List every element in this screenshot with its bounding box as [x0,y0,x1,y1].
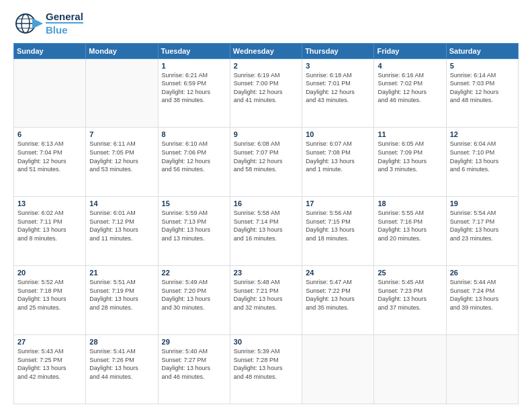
calendar-cell: 30Sunrise: 5:39 AM Sunset: 7:28 PM Dayli… [230,335,302,404]
day-number: 12 [450,130,515,138]
day-number: 7 [89,130,154,138]
weekday-header: Sunday [14,43,86,58]
page: General Blue SundayMondayTuesdayWednesda… [0,0,532,411]
day-info: Sunrise: 6:18 AM Sunset: 7:01 PM Dayligh… [306,71,370,105]
day-info: Sunrise: 5:41 AM Sunset: 7:26 PM Dayligh… [89,347,154,381]
day-info: Sunrise: 6:05 AM Sunset: 7:09 PM Dayligh… [378,140,442,173]
calendar-cell: 2Sunrise: 6:19 AM Sunset: 7:00 PM Daylig… [230,58,302,128]
day-number: 27 [17,338,82,346]
day-info: Sunrise: 5:44 AM Sunset: 7:24 PM Dayligh… [450,278,515,312]
calendar-cell: 4Sunrise: 6:16 AM Sunset: 7:02 PM Daylig… [374,58,446,128]
calendar-cell: 13Sunrise: 6:02 AM Sunset: 7:11 PM Dayli… [14,197,86,266]
day-info: Sunrise: 6:04 AM Sunset: 7:10 PM Dayligh… [450,140,515,173]
calendar-cell: 14Sunrise: 6:01 AM Sunset: 7:12 PM Dayli… [86,197,158,266]
calendar-cell [86,58,158,128]
day-number: 2 [234,62,298,70]
calendar-cell: 27Sunrise: 5:43 AM Sunset: 7:25 PM Dayli… [14,335,86,404]
day-info: Sunrise: 6:10 AM Sunset: 7:06 PM Dayligh… [162,140,226,173]
logo: General Blue [13,11,83,36]
day-info: Sunrise: 5:48 AM Sunset: 7:21 PM Dayligh… [234,278,298,312]
calendar-cell [446,335,518,404]
calendar-cell: 3Sunrise: 6:18 AM Sunset: 7:01 PM Daylig… [302,58,374,128]
day-number: 24 [306,269,370,277]
calendar-table: SundayMondayTuesdayWednesdayThursdayFrid… [13,43,519,405]
calendar-cell: 17Sunrise: 5:56 AM Sunset: 7:15 PM Dayli… [302,197,374,266]
day-info: Sunrise: 5:52 AM Sunset: 7:18 PM Dayligh… [17,278,82,312]
calendar-week-row: 13Sunrise: 6:02 AM Sunset: 7:11 PM Dayli… [14,197,519,266]
calendar-cell: 28Sunrise: 5:41 AM Sunset: 7:26 PM Dayli… [86,335,158,404]
calendar-cell: 8Sunrise: 6:10 AM Sunset: 7:06 PM Daylig… [158,128,230,197]
weekday-header: Thursday [302,43,374,58]
day-info: Sunrise: 6:01 AM Sunset: 7:12 PM Dayligh… [89,209,154,242]
day-info: Sunrise: 5:59 AM Sunset: 7:13 PM Dayligh… [162,209,226,242]
day-number: 13 [17,199,82,208]
day-info: Sunrise: 6:02 AM Sunset: 7:11 PM Dayligh… [17,209,82,242]
calendar-cell: 6Sunrise: 6:13 AM Sunset: 7:04 PM Daylig… [14,128,86,197]
weekday-header: Wednesday [230,43,302,58]
weekday-header: Saturday [446,43,518,58]
day-info: Sunrise: 5:54 AM Sunset: 7:17 PM Dayligh… [450,209,515,242]
day-info: Sunrise: 5:39 AM Sunset: 7:28 PM Dayligh… [234,347,298,381]
day-number: 10 [306,130,370,138]
day-info: Sunrise: 6:14 AM Sunset: 7:03 PM Dayligh… [450,71,515,105]
calendar-cell: 11Sunrise: 6:05 AM Sunset: 7:09 PM Dayli… [374,128,446,197]
weekday-header: Monday [86,43,158,58]
day-info: Sunrise: 5:47 AM Sunset: 7:22 PM Dayligh… [306,278,370,312]
day-number: 17 [306,199,370,208]
calendar-week-row: 6Sunrise: 6:13 AM Sunset: 7:04 PM Daylig… [14,128,519,197]
day-info: Sunrise: 5:43 AM Sunset: 7:25 PM Dayligh… [17,347,82,381]
day-number: 20 [17,269,82,277]
calendar-cell [14,58,86,128]
calendar-cell: 25Sunrise: 5:45 AM Sunset: 7:23 PM Dayli… [374,266,446,335]
calendar-cell: 9Sunrise: 6:08 AM Sunset: 7:07 PM Daylig… [230,128,302,197]
day-number: 3 [306,62,370,70]
day-info: Sunrise: 5:58 AM Sunset: 7:14 PM Dayligh… [234,209,298,242]
logo-text: General [46,11,83,22]
day-number: 1 [162,62,226,70]
day-info: Sunrise: 6:07 AM Sunset: 7:08 PM Dayligh… [306,140,370,173]
calendar-cell: 5Sunrise: 6:14 AM Sunset: 7:03 PM Daylig… [446,58,518,128]
day-info: Sunrise: 5:40 AM Sunset: 7:27 PM Dayligh… [162,347,226,381]
day-number: 9 [234,130,298,138]
day-number: 6 [17,130,82,138]
day-number: 25 [378,269,442,277]
day-info: Sunrise: 6:16 AM Sunset: 7:02 PM Dayligh… [378,71,442,105]
calendar-cell: 26Sunrise: 5:44 AM Sunset: 7:24 PM Dayli… [446,266,518,335]
day-number: 18 [378,199,442,208]
day-number: 30 [234,338,298,346]
day-number: 22 [162,269,226,277]
day-info: Sunrise: 6:13 AM Sunset: 7:04 PM Dayligh… [17,140,82,173]
day-number: 28 [89,338,154,346]
weekday-header: Friday [374,43,446,58]
logo-icon [13,11,43,36]
calendar-header-row: SundayMondayTuesdayWednesdayThursdayFrid… [14,43,519,58]
calendar-week-row: 1Sunrise: 6:21 AM Sunset: 6:59 PM Daylig… [14,58,519,128]
calendar-cell: 15Sunrise: 5:59 AM Sunset: 7:13 PM Dayli… [158,197,230,266]
calendar-week-row: 20Sunrise: 5:52 AM Sunset: 7:18 PM Dayli… [14,266,519,335]
day-number: 26 [450,269,515,277]
calendar-cell: 20Sunrise: 5:52 AM Sunset: 7:18 PM Dayli… [14,266,86,335]
calendar-week-row: 27Sunrise: 5:43 AM Sunset: 7:25 PM Dayli… [14,335,519,404]
day-number: 15 [162,199,226,208]
calendar-cell: 29Sunrise: 5:40 AM Sunset: 7:27 PM Dayli… [158,335,230,404]
calendar-cell: 1Sunrise: 6:21 AM Sunset: 6:59 PM Daylig… [158,58,230,128]
svg-marker-5 [32,18,43,29]
calendar-cell: 19Sunrise: 5:54 AM Sunset: 7:17 PM Dayli… [446,197,518,266]
day-number: 19 [450,199,515,208]
day-number: 23 [234,269,298,277]
day-info: Sunrise: 5:51 AM Sunset: 7:19 PM Dayligh… [89,278,154,312]
calendar-cell: 18Sunrise: 5:55 AM Sunset: 7:16 PM Dayli… [374,197,446,266]
day-number: 14 [89,199,154,208]
day-info: Sunrise: 6:21 AM Sunset: 6:59 PM Dayligh… [162,71,226,105]
calendar-cell: 22Sunrise: 5:49 AM Sunset: 7:20 PM Dayli… [158,266,230,335]
day-number: 4 [378,62,442,70]
header: General Blue [13,11,519,36]
logo-text2: Blue [46,22,83,36]
calendar-cell [302,335,374,404]
day-number: 21 [89,269,154,277]
day-number: 11 [378,130,442,138]
calendar-cell: 16Sunrise: 5:58 AM Sunset: 7:14 PM Dayli… [230,197,302,266]
calendar-cell [374,335,446,404]
day-number: 5 [450,62,515,70]
weekday-header: Tuesday [158,43,230,58]
